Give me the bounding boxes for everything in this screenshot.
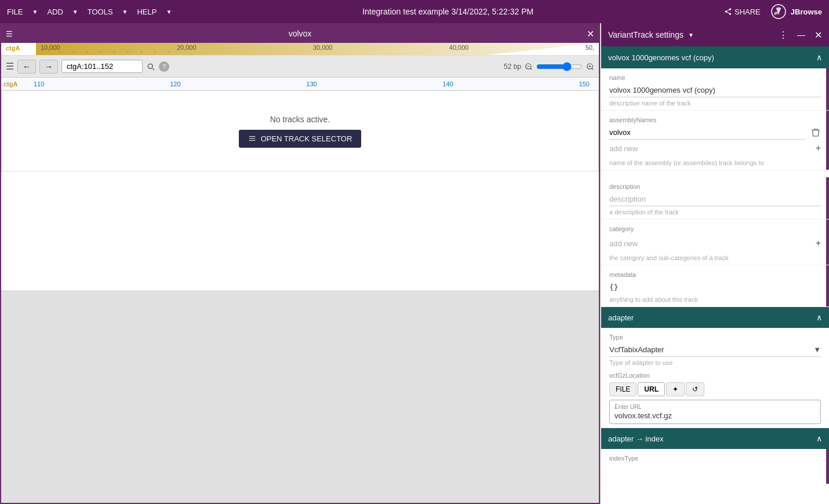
nav-hamburger-icon[interactable]: ☰	[6, 61, 14, 72]
browser-close-icon[interactable]: ✕	[587, 28, 594, 39]
zoom-level: 52 bp	[504, 63, 521, 71]
file-tab-gdrive[interactable]: ↺	[686, 382, 704, 396]
name-desc: descriptive name of the track	[609, 100, 821, 107]
browser-panel: ☰ volvox ✕ ctgA 10,000 20,000 30,000 40,…	[0, 23, 600, 504]
adapter-section-header[interactable]: adapter ∧	[601, 307, 829, 328]
description-field-group: description a description of the track	[601, 177, 829, 220]
adapter-index-content: indexType	[601, 449, 829, 484]
adapter-index-accent-bar	[826, 449, 829, 484]
assembly-value: volvox	[609, 126, 806, 140]
metadata-label: metadata	[609, 271, 821, 278]
metadata-desc: anything to add about this track	[609, 296, 821, 303]
settings-menu-icon[interactable]: ⋮	[779, 30, 788, 41]
logo-text: JBrowse	[791, 8, 822, 16]
settings-minimize-icon[interactable]: —	[797, 30, 805, 39]
share-button[interactable]: SHARE	[724, 8, 761, 16]
type-select-row[interactable]: VcfTabixAdapter ▼	[609, 343, 821, 357]
chromosome-bar: ctgA 10,000 20,000 30,000 40,000 50, › ›…	[1, 43, 599, 56]
chrom-label: ctgA	[3, 45, 22, 52]
browser-hamburger-icon[interactable]: ☰	[6, 30, 13, 38]
file-tab-url[interactable]: URL	[638, 382, 665, 396]
add-new-assembly-label: add new	[609, 144, 811, 153]
help-icon[interactable]: ?	[159, 61, 169, 72]
delete-icon[interactable]	[810, 127, 821, 138]
tools-menu[interactable]: TOOLS	[88, 8, 113, 16]
adapter-index-header[interactable]: adapter → index ∧	[601, 428, 829, 449]
adapter-section-title: adapter	[608, 313, 816, 322]
track-content-area: No tracks active. OPEN TRACK SELECTOR	[1, 90, 599, 171]
settings-panel-title: VariantTrack settings	[608, 30, 683, 39]
category-label: category	[609, 225, 821, 232]
assembly-value-row: volvox	[609, 126, 821, 140]
search-icon[interactable]	[146, 62, 155, 71]
spacer1	[601, 170, 829, 177]
type-label: Type	[609, 334, 821, 341]
track-collapse-icon[interactable]: ∧	[816, 53, 822, 62]
description-input[interactable]	[609, 192, 821, 206]
add-new-category-row: add new +	[609, 235, 821, 252]
category-field-group: category add new + the category and sub-…	[601, 220, 829, 265]
file-menu[interactable]: FILE	[7, 8, 23, 16]
open-track-selector-button[interactable]: OPEN TRACK SELECTOR	[239, 130, 362, 148]
forward-button[interactable]: →	[39, 60, 58, 74]
zoom-large-icon	[586, 63, 594, 71]
track-name-text: volvox 1000genomes vcf (copy)	[608, 53, 816, 62]
settings-header: VariantTrack settings ▼ ⋮ — ✕	[601, 23, 829, 46]
help-menu[interactable]: HELP	[137, 8, 157, 16]
category-desc: the category and sub-categories of a tra…	[609, 254, 821, 261]
file-tabs: FILE URL ✦ ↺	[609, 382, 821, 396]
metadata-value: {}	[609, 280, 821, 294]
track-name-header[interactable]: volvox 1000genomes vcf (copy) ∧	[601, 46, 829, 68]
grey-area	[1, 290, 599, 503]
url-field-wrapper: Enter URL	[609, 400, 821, 424]
vcf-gz-label: vcfGzLocation	[609, 372, 821, 379]
description-accent-bar	[826, 177, 829, 219]
name-label: name	[609, 74, 821, 81]
name-value: volvox 1000genomes vcf (copy)	[609, 83, 821, 97]
top-menubar: FILE ▼ ADD ▼ TOOLS ▼ HELP ▼ Integration …	[0, 0, 829, 23]
browser-title: volvox	[289, 29, 312, 38]
track-ruler: ctgA 110 120 130 140 150	[1, 78, 599, 90]
no-tracks-message: No tracks active.	[270, 115, 330, 124]
add-new-assembly-row: add new +	[609, 140, 821, 157]
type-desc: Type of adapter to use	[609, 359, 821, 366]
jbrowse-logo: JBrowse	[770, 3, 822, 20]
browser-header: ☰ volvox ✕	[1, 24, 599, 43]
add-new-assembly-icon[interactable]: +	[816, 143, 821, 154]
description-desc: a description of the track	[609, 209, 821, 216]
description-label: description	[609, 183, 821, 190]
list-icon	[248, 134, 256, 143]
adapter-index-title: adapter → index	[608, 434, 816, 443]
adapter-index-collapse-icon[interactable]: ∧	[816, 434, 822, 443]
name-field-group: name volvox 1000genomes vcf (copy) descr…	[601, 68, 829, 111]
settings-content: name volvox 1000genomes vcf (copy) descr…	[601, 68, 829, 504]
category-accent-bar	[826, 220, 829, 265]
url-field-label: Enter URL	[615, 404, 816, 410]
type-select-arrow-icon[interactable]: ▼	[813, 345, 821, 354]
settings-close-icon[interactable]: ✕	[815, 30, 822, 41]
settings-panel: VariantTrack settings ▼ ⋮ — ✕ volvox 100…	[600, 23, 829, 504]
assembly-desc: name of the assembly (or assemblies) tra…	[609, 159, 821, 166]
back-button[interactable]: ←	[17, 60, 36, 74]
assembly-field-group: assemblyNames volvox add new + name of t…	[601, 111, 829, 170]
adapter-collapse-icon[interactable]: ∧	[816, 313, 822, 322]
add-new-category-icon[interactable]: +	[816, 238, 821, 249]
app-title: Integration test example 3/14/2022, 5:22…	[181, 7, 715, 16]
add-new-category-label: add new	[609, 239, 811, 248]
name-accent-bar	[826, 68, 829, 110]
file-tab-file[interactable]: FILE	[609, 382, 637, 396]
open-track-btn-label: OPEN TRACK SELECTOR	[261, 134, 352, 143]
file-tab-dropbox[interactable]: ✦	[666, 382, 685, 396]
adapter-content: Type VcfTabixAdapter ▼ Type of adapter t…	[601, 328, 829, 428]
location-input[interactable]	[61, 60, 143, 73]
url-field-input[interactable]	[615, 411, 816, 420]
share-label: SHARE	[735, 8, 761, 16]
zoom-slider[interactable]	[536, 62, 583, 71]
add-menu[interactable]: ADD	[47, 8, 63, 16]
track-area: ctgA 110 120 130 140 150 No tracks activ…	[1, 78, 599, 290]
metadata-accent-bar	[826, 265, 829, 306]
assembly-accent-bar	[826, 111, 829, 170]
metadata-field-group: metadata {} anything to add about this t…	[601, 265, 829, 307]
zoom-small-icon	[525, 63, 533, 71]
assembly-label: assemblyNames	[609, 116, 821, 123]
